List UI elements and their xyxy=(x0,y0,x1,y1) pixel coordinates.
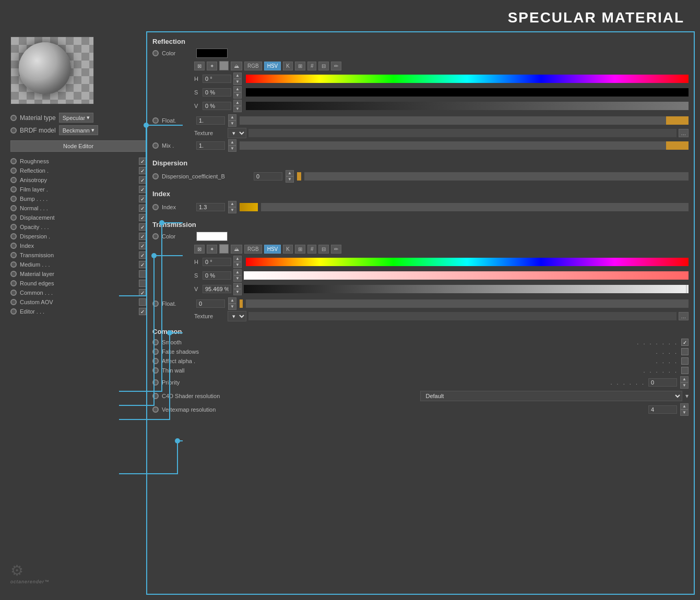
t-h-down[interactable]: ▼ xyxy=(233,262,242,268)
transmission-color-radio[interactable] xyxy=(152,233,159,239)
t-color-tool-reduce[interactable]: ⊠ xyxy=(194,245,205,254)
brdf-model-radio[interactable] xyxy=(10,127,17,134)
index-radio[interactable] xyxy=(10,243,17,249)
dispersion-up[interactable]: ▲ xyxy=(286,170,294,176)
t-color-tool-grid2[interactable]: ⊟ xyxy=(318,245,329,254)
vertexmap-radio[interactable] xyxy=(152,406,159,413)
transmission-color-swatch[interactable] xyxy=(196,232,228,241)
medium-radio[interactable] xyxy=(10,261,17,268)
c4d-shader-dropdown[interactable]: Default xyxy=(420,391,683,401)
color-tool-landscape[interactable]: ⛰ xyxy=(231,62,242,70)
v-down[interactable]: ▼ xyxy=(233,106,242,112)
t-v-up[interactable]: ▲ xyxy=(233,283,242,289)
medium-checkbox[interactable] xyxy=(139,261,146,268)
t-color-tool-landscape[interactable]: ⛰ xyxy=(231,245,242,254)
bump-checkbox[interactable] xyxy=(139,195,146,202)
anisotropy-radio[interactable] xyxy=(10,177,17,183)
reflection-float-radio[interactable] xyxy=(152,117,159,124)
dispersion-down[interactable]: ▼ xyxy=(286,176,294,183)
round-edges-radio[interactable] xyxy=(10,280,17,286)
index-checkbox[interactable] xyxy=(139,242,146,249)
float-bar[interactable] xyxy=(240,116,689,125)
roughness-checkbox[interactable] xyxy=(139,158,146,165)
priority-radio[interactable] xyxy=(152,379,159,386)
normal-radio[interactable] xyxy=(10,205,17,211)
reflection-color-radio[interactable] xyxy=(152,50,159,56)
color-tool-hsv[interactable]: HSV xyxy=(264,62,281,70)
t-val-bar[interactable] xyxy=(244,285,689,293)
t-color-tool-hash[interactable]: # xyxy=(307,245,317,254)
t-float-input[interactable] xyxy=(196,299,225,308)
affect-alpha-radio[interactable] xyxy=(152,358,159,364)
material-type-dropdown[interactable]: Specular ▾ xyxy=(59,113,93,123)
color-tool-eyedropper[interactable]: ✏ xyxy=(331,62,341,70)
film-layer-checkbox[interactable] xyxy=(139,186,146,193)
float-input[interactable] xyxy=(196,116,225,125)
hue-bar[interactable] xyxy=(246,75,689,83)
dispersion-checkbox[interactable] xyxy=(139,233,146,240)
editor-radio[interactable] xyxy=(10,308,17,315)
common-radio[interactable] xyxy=(10,290,17,296)
t-texture-dropdown[interactable]: ▾ xyxy=(228,311,246,321)
t-v-input[interactable] xyxy=(203,285,231,293)
mix-up[interactable]: ▲ xyxy=(228,139,236,146)
t-hue-bar[interactable] xyxy=(246,258,689,266)
transmission-radio[interactable] xyxy=(10,252,17,258)
t-v-down[interactable]: ▼ xyxy=(233,289,242,295)
float-up[interactable]: ▲ xyxy=(228,114,236,121)
node-editor-button[interactable]: Node Editor xyxy=(10,140,146,152)
v-input[interactable] xyxy=(203,102,231,110)
dispersion-radio[interactable] xyxy=(10,233,17,239)
affect-alpha-checkbox[interactable] xyxy=(681,357,689,365)
mix-input[interactable] xyxy=(196,141,225,150)
h-down[interactable]: ▼ xyxy=(233,79,242,85)
color-tool-reduce[interactable]: ⊠ xyxy=(194,62,205,70)
vertexmap-down[interactable]: ▼ xyxy=(680,410,689,416)
index-prop-radio[interactable] xyxy=(152,204,159,210)
displacement-radio[interactable] xyxy=(10,214,17,221)
material-layer-radio[interactable] xyxy=(10,271,17,277)
index-down[interactable]: ▼ xyxy=(228,207,236,213)
film-layer-radio[interactable] xyxy=(10,186,17,193)
s-up[interactable]: ▲ xyxy=(233,86,242,92)
t-color-tool-wheel[interactable]: ✦ xyxy=(207,245,217,254)
t-float-down[interactable]: ▼ xyxy=(228,304,236,310)
t-float-up[interactable]: ▲ xyxy=(228,297,236,304)
common-checkbox[interactable] xyxy=(139,289,146,296)
t-color-tool-grey[interactable] xyxy=(219,244,229,254)
t-s-up[interactable]: ▲ xyxy=(233,269,242,275)
t-s-down[interactable]: ▼ xyxy=(233,275,242,282)
anisotropy-checkbox[interactable] xyxy=(139,176,146,184)
float-down[interactable]: ▼ xyxy=(228,121,236,127)
v-up[interactable]: ▲ xyxy=(233,100,242,106)
mix-down[interactable]: ▼ xyxy=(228,146,236,152)
color-tool-hash[interactable]: # xyxy=(307,62,317,70)
dispersion-coeff-input[interactable] xyxy=(254,172,282,181)
h-up[interactable]: ▲ xyxy=(233,73,242,79)
transmission-checkbox[interactable] xyxy=(139,251,146,259)
priority-input[interactable] xyxy=(648,378,677,387)
color-tool-grey[interactable] xyxy=(219,61,229,70)
material-type-radio[interactable] xyxy=(10,115,17,121)
smooth-checkbox[interactable] xyxy=(681,339,689,346)
vertexmap-up[interactable]: ▲ xyxy=(680,403,689,410)
t-color-tool-hsv[interactable]: HSV xyxy=(264,245,281,254)
brdf-model-dropdown[interactable]: Beckmann ▾ xyxy=(59,125,98,135)
displacement-checkbox[interactable] xyxy=(139,214,146,221)
t-h-up[interactable]: ▲ xyxy=(233,256,242,262)
val-bar[interactable] xyxy=(246,102,689,110)
material-layer-checkbox[interactable] xyxy=(139,270,146,278)
s-down[interactable]: ▼ xyxy=(233,92,242,99)
fake-shadows-radio[interactable] xyxy=(152,349,159,355)
texture-dots-btn[interactable]: ... xyxy=(679,129,689,137)
sat-bar[interactable] xyxy=(246,88,689,97)
thin-wall-radio[interactable] xyxy=(152,367,159,374)
t-sat-bar[interactable] xyxy=(244,271,689,280)
opacity-radio[interactable] xyxy=(10,224,17,230)
thin-wall-checkbox[interactable] xyxy=(681,367,689,374)
round-edges-checkbox[interactable] xyxy=(139,280,146,287)
reflection-radio[interactable] xyxy=(10,167,17,174)
c4d-shader-radio[interactable] xyxy=(152,393,159,399)
custom-aov-checkbox[interactable] xyxy=(139,298,146,306)
reflection-color-swatch[interactable] xyxy=(196,49,228,58)
